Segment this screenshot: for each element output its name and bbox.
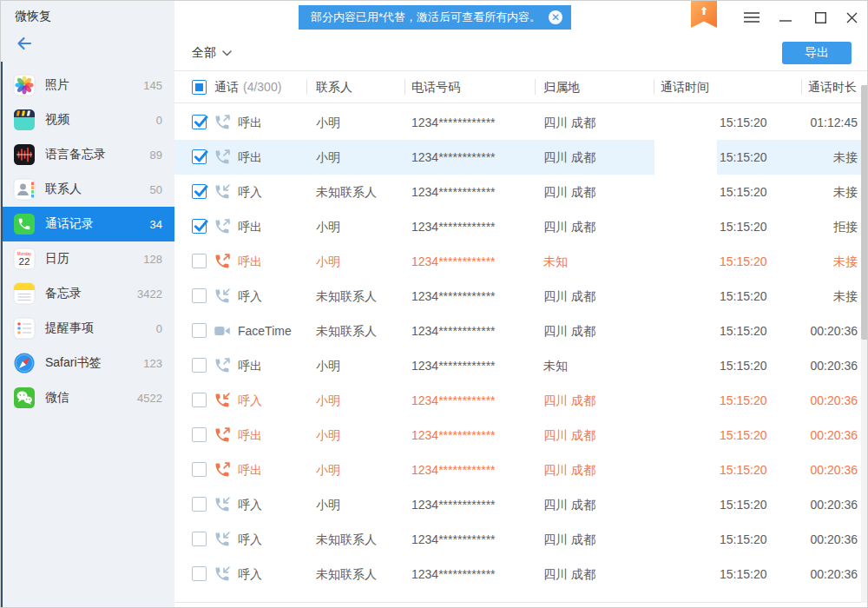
- scrollbar-thumb[interactable]: [861, 85, 868, 340]
- location: 四川 成都: [543, 453, 595, 487]
- sidebar-item-4[interactable]: 联系人 50: [1, 172, 174, 207]
- phone-number: 1234************: [411, 418, 496, 453]
- contact-name: 小明: [316, 209, 340, 244]
- location: 四川 成都: [543, 557, 595, 591]
- location: 未知: [543, 348, 568, 383]
- sidebar-item-7[interactable]: 备忘录 3422: [1, 276, 174, 311]
- call-type: 呼出: [238, 453, 262, 487]
- phone-number: 1234************: [411, 487, 496, 522]
- sidebar-item-9[interactable]: Safari书签 123: [1, 346, 174, 380]
- back-arrow-icon[interactable]: [12, 32, 35, 55]
- sidebar-item-8[interactable]: 提醒事项 0: [1, 311, 174, 346]
- call-type: FaceTime: [238, 314, 292, 348]
- table-row[interactable]: 呼出 小明 1234************ 未知 15:15:20 未接: [174, 244, 861, 279]
- call-time: 15:15:20: [720, 557, 767, 591]
- row-checkbox[interactable]: [192, 532, 207, 546]
- sidebar-item-10[interactable]: 微信 4522: [1, 380, 174, 415]
- call-type: 呼出: [238, 209, 262, 244]
- call-type: 呼入: [238, 279, 262, 314]
- table-row[interactable]: 呼出 小明 1234************ 四川 成都 15:15:20 拒接: [174, 209, 861, 244]
- table-row[interactable]: 呼出 小明 1234************ 四川 成都 15:15:20 00…: [174, 453, 861, 487]
- contact-name: 未知联系人: [316, 314, 377, 348]
- table-row[interactable]: 呼入 未知联系人 1234************ 四川 成都 15:15:20…: [174, 557, 861, 591]
- videos-icon: [13, 109, 36, 131]
- location: 四川 成都: [543, 105, 595, 140]
- sidebar-item-3[interactable]: 语言备忘录 89: [1, 137, 174, 172]
- sidebar-item-label: 微信: [45, 390, 137, 406]
- call-time: 15:15:20: [720, 522, 767, 557]
- vertical-scrollbar: [861, 85, 868, 603]
- table-row[interactable]: 呼出 小明 1234************ 未知 15:15:20 00:20…: [174, 348, 861, 383]
- call-duration: 未接: [833, 279, 858, 314]
- upgrade-ribbon-icon[interactable]: [691, 1, 717, 28]
- sidebar-item-label: 视频: [45, 112, 156, 128]
- table-row[interactable]: 呼入 未知联系人 1234************ 四川 成都 15:15:20…: [174, 175, 861, 209]
- row-checkbox[interactable]: [192, 393, 207, 407]
- sidebar-item-count: 123: [143, 357, 162, 370]
- call-type: 呼入: [238, 175, 262, 209]
- row-checkbox[interactable]: [192, 115, 207, 129]
- row-checkbox[interactable]: [192, 219, 207, 234]
- row-checkbox[interactable]: [192, 427, 207, 442]
- sidebar-item-count: 145: [143, 79, 162, 92]
- contact-name: 小明: [316, 418, 340, 453]
- table-row[interactable]: FaceTime 未知联系人 1234************ 四川 成都 15…: [174, 314, 861, 348]
- column-contact: 联系人: [316, 71, 352, 102]
- outgoing-call-icon: [214, 357, 231, 374]
- table-row[interactable]: 呼入 未知联系人 1234************ 四川 成都 15:15:20…: [174, 279, 861, 314]
- row-checkbox[interactable]: [192, 358, 207, 373]
- sidebar-item-2[interactable]: 视频 0: [1, 102, 174, 137]
- row-checkbox[interactable]: [192, 462, 207, 477]
- call-duration: 00:20:36: [811, 487, 858, 522]
- maximize-button[interactable]: [808, 7, 832, 28]
- contact-name: 小明: [316, 140, 340, 175]
- call-type: 呼入: [238, 522, 262, 557]
- column-divider: [801, 79, 802, 95]
- sidebar-item-count: 89: [150, 149, 162, 162]
- phone-number: 1234************: [411, 522, 496, 557]
- table-row[interactable]: 呼入 小明 1234************ 四川 成都 15:15:20 00…: [174, 383, 861, 418]
- row-checkbox[interactable]: [192, 254, 207, 268]
- row-checkbox[interactable]: [192, 288, 207, 303]
- phone-number: 1234************: [411, 140, 496, 175]
- call-time: 15:15:20: [720, 418, 767, 453]
- outgoing-call-icon: [214, 114, 231, 131]
- notice-banner-text: 部分内容已用*代替，激活后可查看所有内容。: [311, 10, 541, 25]
- column-divider: [306, 79, 307, 95]
- call-duration: 拒接: [833, 209, 858, 244]
- filter-dropdown[interactable]: 全部: [192, 36, 232, 70]
- svg-text:22: 22: [19, 256, 30, 267]
- table-row[interactable]: 呼入 小明 1234************ 四川 成都 15:15:20 00…: [174, 487, 861, 522]
- row-checkbox[interactable]: [192, 497, 207, 512]
- table-row[interactable]: 呼出 小明 1234************ 四川 成都 15:15:20 00…: [174, 418, 861, 453]
- row-checkbox[interactable]: [192, 149, 207, 164]
- sidebar-item-6[interactable]: Monday22 日历 128: [1, 241, 174, 276]
- sidebar-item-5[interactable]: 通话记录 34: [1, 207, 174, 241]
- call-time: 15:15:20: [720, 314, 767, 348]
- menu-icon[interactable]: [740, 7, 764, 28]
- call-duration: 未接: [833, 175, 858, 209]
- sidebar-item-count: 3422: [137, 287, 162, 301]
- minimize-button[interactable]: [773, 7, 798, 28]
- call-log-icon: [13, 213, 36, 235]
- checkbox-partial-mark: [195, 83, 203, 91]
- export-button[interactable]: 导出: [782, 42, 852, 64]
- table-row[interactable]: 呼出 小明 1234************ 四川 成都 15:15:20 01…: [174, 105, 861, 140]
- phone-number: 1234************: [411, 209, 496, 244]
- incoming-call-icon: [214, 565, 231, 583]
- row-checkbox[interactable]: [192, 323, 207, 338]
- row-checkbox[interactable]: [192, 566, 207, 581]
- table-row[interactable]: 呼出 小明 1234************ 四川 成都 15:15:20 未接: [174, 140, 861, 175]
- row-checkbox[interactable]: [192, 184, 207, 199]
- contact-name: 小明: [316, 244, 340, 279]
- voice-memos-icon: [13, 143, 36, 166]
- outgoing-call-icon: [214, 253, 231, 270]
- banner-close-icon[interactable]: ✕: [549, 10, 562, 24]
- sidebar-item-count: 0: [156, 322, 162, 335]
- sidebar-item-1[interactable]: 照片 145: [1, 68, 174, 102]
- select-all-checkbox[interactable]: [192, 80, 207, 95]
- content-bottom-border: [174, 602, 868, 603]
- close-button[interactable]: [839, 7, 864, 28]
- phone-number: 1234************: [411, 453, 496, 487]
- table-row[interactable]: 呼入 未知联系人 1234************ 四川 成都 15:15:20…: [174, 522, 861, 557]
